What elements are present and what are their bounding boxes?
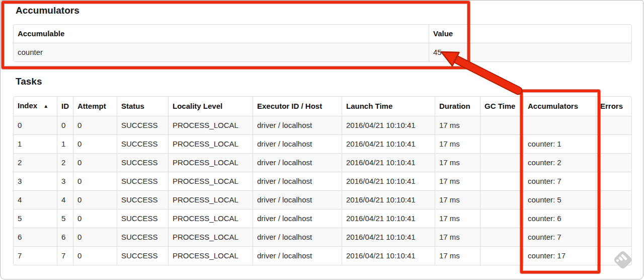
- cell-status: SUCCESS: [117, 116, 168, 134]
- cell-errors: [596, 228, 631, 246]
- cell-executor: driver / localhost: [253, 134, 342, 153]
- column-header-accumulators[interactable]: Accumulators: [523, 97, 596, 116]
- tasks-table: Index▲ ID Attempt Status Locality Level …: [13, 96, 632, 265]
- cell-duration: 17 ms: [435, 190, 480, 209]
- cell-launch: 2016/04/21 10:10:41: [342, 153, 435, 172]
- cell-id: 5: [57, 209, 73, 228]
- column-header-status[interactable]: Status: [117, 97, 168, 116]
- cell-attempt: 0: [73, 209, 117, 228]
- cell-id: 0: [57, 116, 73, 134]
- table-row: 660SUCCESSPROCESS_LOCALdriver / localhos…: [14, 228, 631, 246]
- cell-id: 2: [57, 153, 73, 172]
- cell-index: 5: [14, 209, 57, 228]
- column-header-id[interactable]: ID: [57, 97, 73, 116]
- cell-index: 3: [14, 172, 57, 190]
- cell-attempt: 0: [73, 134, 117, 153]
- table-row: 000SUCCESSPROCESS_LOCALdriver / localhos…: [14, 116, 631, 134]
- cell-status: SUCCESS: [117, 228, 168, 246]
- cell-id: 6: [57, 228, 73, 246]
- cell-gc: [480, 228, 523, 246]
- cell-locality: PROCESS_LOCAL: [168, 172, 253, 190]
- cell-status: SUCCESS: [117, 190, 168, 209]
- cell-locality: PROCESS_LOCAL: [168, 116, 253, 134]
- cell-gc: [480, 116, 523, 134]
- accumulable-table: Accumulable Value counter45: [13, 24, 632, 62]
- column-header-executor-id-host[interactable]: Executor ID / Host: [253, 97, 342, 116]
- cell-executor: driver / localhost: [253, 172, 342, 190]
- cell-accumulators: counter: 1: [523, 134, 596, 153]
- column-header-attempt[interactable]: Attempt: [73, 97, 117, 116]
- cell-errors: [596, 134, 631, 153]
- cell-accumulators: counter: 7: [523, 228, 596, 246]
- cell-locality: PROCESS_LOCAL: [168, 228, 253, 246]
- tasks-table-body: 000SUCCESSPROCESS_LOCALdriver / localhos…: [14, 116, 631, 265]
- column-header-accumulable: Accumulable: [14, 25, 429, 43]
- cell-duration: 17 ms: [435, 209, 480, 228]
- cell-errors: [596, 209, 631, 228]
- cell-status: SUCCESS: [117, 134, 168, 153]
- table-row: 440SUCCESSPROCESS_LOCALdriver / localhos…: [14, 190, 631, 209]
- cell-locality: PROCESS_LOCAL: [168, 134, 253, 153]
- cell-index: 2: [14, 153, 57, 172]
- cell-accumulators: counter: 6: [523, 209, 596, 228]
- cell-errors: [596, 116, 631, 134]
- cell-executor: driver / localhost: [253, 190, 342, 209]
- column-header-errors[interactable]: Errors: [596, 97, 631, 116]
- table-row: 110SUCCESSPROCESS_LOCALdriver / localhos…: [14, 134, 631, 153]
- column-header-launch-time[interactable]: Launch Time: [342, 97, 435, 116]
- cell-id: 1: [57, 134, 73, 153]
- cell-executor: driver / localhost: [253, 153, 342, 172]
- tasks-section-heading: Tasks: [16, 76, 42, 87]
- cell-gc: [480, 209, 523, 228]
- cell-status: SUCCESS: [117, 246, 168, 265]
- cell-gc: [480, 246, 523, 265]
- cell-errors: [596, 153, 631, 172]
- cell-index: 1: [14, 134, 57, 153]
- cell-gc: [480, 190, 523, 209]
- cell-gc: [480, 172, 523, 190]
- cell-gc: [480, 153, 523, 172]
- cell-launch: 2016/04/21 10:10:41: [342, 190, 435, 209]
- cell-accumulators: counter: 5: [523, 190, 596, 209]
- cell-duration: 17 ms: [435, 116, 480, 134]
- cell-launch: 2016/04/21 10:10:41: [342, 134, 435, 153]
- cell-launch: 2016/04/21 10:10:41: [342, 246, 435, 265]
- cell-duration: 17 ms: [435, 172, 480, 190]
- tasks-table-header-row: Index▲ ID Attempt Status Locality Level …: [14, 97, 631, 116]
- cell-id: 7: [57, 246, 73, 265]
- cell-launch: 2016/04/21 10:10:41: [342, 209, 435, 228]
- cell-launch: 2016/04/21 10:10:41: [342, 228, 435, 246]
- column-header-duration[interactable]: Duration: [435, 97, 480, 116]
- cell-index: 7: [14, 246, 57, 265]
- cell-attempt: 0: [73, 190, 117, 209]
- cell-locality: PROCESS_LOCAL: [168, 190, 253, 209]
- table-row: counter45: [14, 43, 631, 61]
- cell-errors: [596, 190, 631, 209]
- table-row: 220SUCCESSPROCESS_LOCALdriver / localhos…: [14, 153, 631, 172]
- cell-executor: driver / localhost: [253, 246, 342, 265]
- column-header-gc-time[interactable]: GC Time: [480, 97, 523, 116]
- column-header-index[interactable]: Index▲: [14, 97, 57, 116]
- accumulators-section-heading: Accumulators: [16, 5, 79, 16]
- column-header-value: Value: [429, 25, 631, 43]
- cell-attempt: 0: [73, 153, 117, 172]
- cell-duration: 17 ms: [435, 228, 480, 246]
- cell-duration: 17 ms: [435, 246, 480, 265]
- spark-ui-page: Accumulators Accumulable Value counter45…: [0, 0, 643, 279]
- cell-status: SUCCESS: [117, 153, 168, 172]
- cell-accumulable: counter: [14, 43, 429, 61]
- cell-duration: 17 ms: [435, 153, 480, 172]
- cell-attempt: 0: [73, 172, 117, 190]
- cell-executor: driver / localhost: [253, 209, 342, 228]
- cell-accumulators: counter: 2: [523, 153, 596, 172]
- table-row: 770SUCCESSPROCESS_LOCALdriver / localhos…: [14, 246, 631, 265]
- cell-value: 45: [429, 43, 631, 61]
- cell-accumulators: [523, 116, 596, 134]
- table-row: 330SUCCESSPROCESS_LOCALdriver / localhos…: [14, 172, 631, 190]
- cell-locality: PROCESS_LOCAL: [168, 153, 253, 172]
- cell-id: 3: [57, 172, 73, 190]
- column-header-locality-level[interactable]: Locality Level: [168, 97, 253, 116]
- cell-launch: 2016/04/21 10:10:41: [342, 172, 435, 190]
- cell-id: 4: [57, 190, 73, 209]
- sort-ascending-icon: ▲: [43, 103, 48, 109]
